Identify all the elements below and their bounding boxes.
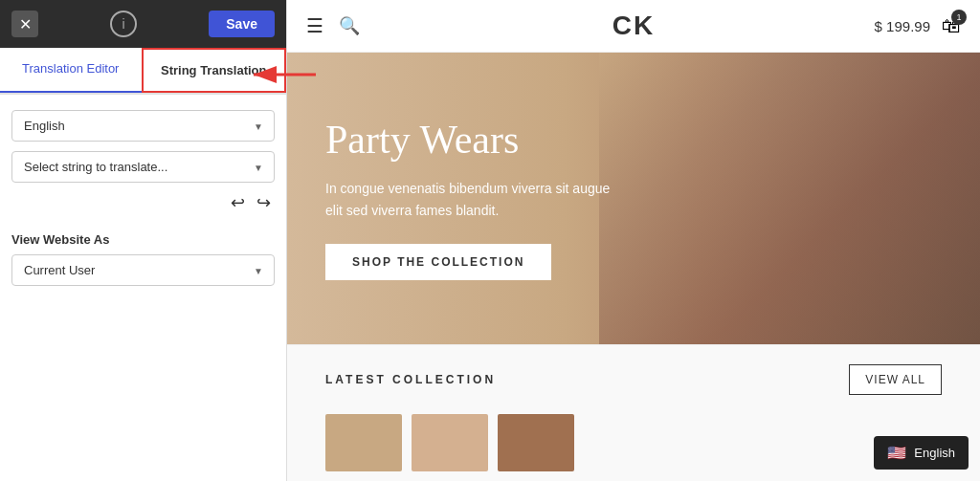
string-dropdown[interactable]: Select string to translate... (11, 151, 275, 183)
view-website-dropdown-wrapper: Current User (11, 254, 275, 286)
tab-translation-editor[interactable]: Translation Editor (0, 48, 142, 93)
hero-content: Party Wears In congue venenatis bibendum… (287, 78, 651, 318)
nav-right: $ 199.99 🛍 1 (875, 15, 961, 37)
nav-left: ☰ 🔍 (306, 14, 360, 37)
hero-background-image (599, 53, 980, 344)
language-switcher[interactable]: 🇺🇸 English (874, 436, 969, 470)
undo-button[interactable]: ↩ (231, 192, 245, 213)
language-flag: 🇺🇸 (887, 444, 906, 462)
hamburger-icon[interactable]: ☰ (306, 14, 323, 37)
shop-collection-button[interactable]: SHOP THE COLLECTION (325, 244, 551, 280)
hero-description: In congue venenatis bibendum viverra sit… (325, 178, 612, 221)
save-button[interactable]: Save (209, 11, 275, 37)
tabs-container: Translation Editor String Translation (0, 48, 286, 95)
thumbnail-2[interactable] (412, 414, 488, 471)
view-website-label: View Website As (11, 232, 275, 247)
info-button[interactable]: i (110, 11, 137, 37)
language-dropdown-wrapper: English (11, 110, 275, 142)
cart-badge: 1 (951, 10, 967, 25)
hero-section: Party Wears In congue venenatis bibendum… (287, 53, 980, 344)
language-dropdown[interactable]: English (11, 110, 275, 142)
tab-string-translation[interactable]: String Translation (142, 48, 287, 93)
redo-button[interactable]: ↪ (256, 192, 271, 213)
price-display: $ 199.99 (875, 18, 930, 34)
view-website-dropdown[interactable]: Current User (11, 254, 275, 286)
view-all-button[interactable]: VIEW ALL (849, 364, 942, 395)
left-panel: ✕ i Save Translation Editor String Trans… (0, 0, 287, 481)
latest-collection-label: LATEST COLLECTION (325, 373, 496, 386)
language-switcher-label: English (914, 446, 955, 460)
right-panel: ☰ 🔍 CK $ 199.99 🛍 1 Party Wears In congu… (287, 0, 980, 481)
cart-button[interactable]: 🛍 1 (942, 15, 961, 37)
string-dropdown-wrapper: Select string to translate... (11, 151, 275, 183)
store-logo: CK (612, 11, 655, 41)
close-button[interactable]: ✕ (11, 11, 38, 37)
undo-redo-bar: ↩ ↪ (11, 192, 275, 213)
panel-content: English Select string to translate... ↩ … (0, 95, 286, 481)
top-bar: ✕ i Save (0, 0, 286, 48)
thumbnail-1[interactable] (325, 414, 402, 471)
search-icon[interactable]: 🔍 (339, 15, 360, 36)
bottom-section: LATEST COLLECTION VIEW ALL (287, 344, 980, 414)
store-navbar: ☰ 🔍 CK $ 199.99 🛍 1 (287, 0, 980, 53)
hero-title: Party Wears (325, 117, 612, 163)
thumbnail-3[interactable] (498, 414, 574, 471)
